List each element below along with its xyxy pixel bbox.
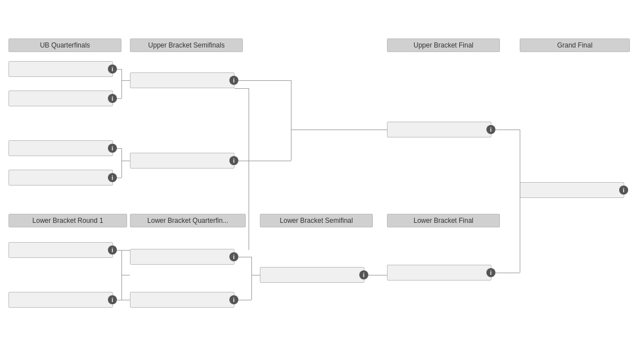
label-ub-quarterfinals: UB Quarterfinals	[8, 38, 121, 52]
label-lower-bracket-semifinal: Lower Bracket Semifinal	[260, 214, 373, 227]
ubf-info-1[interactable]: i	[486, 125, 495, 134]
lbs-slot-1: i	[260, 267, 364, 283]
conn-drop1	[249, 88, 249, 250]
conn-h2-mid	[121, 161, 130, 161]
conn-h1-mid	[121, 80, 130, 81]
conn-v2	[121, 148, 122, 178]
conn-ubf-right	[491, 130, 520, 130]
label-upper-bracket-semifinals: Upper Bracket Semifinals	[130, 38, 243, 52]
lbs-info-1[interactable]: i	[359, 270, 368, 279]
ubq-slot-2a: i	[8, 140, 113, 156]
label-upper-bracket-final: Upper Bracket Final	[387, 38, 500, 52]
gf-slot-1: i	[520, 182, 624, 198]
conn-gf-v	[520, 130, 520, 273]
label-lower-bracket-round1: Lower Bracket Round 1	[8, 214, 127, 227]
label-lower-bracket-quarterfinals: Lower Bracket Quarterfin...	[130, 214, 246, 227]
conn-lbq-mid	[251, 275, 260, 275]
ubq-info-2b[interactable]: i	[108, 173, 117, 182]
lbq-slot-2: i	[130, 292, 234, 308]
label-grand-final: Grand Final	[520, 38, 630, 52]
ubq-slot-1b: i	[8, 90, 113, 106]
ubq-info-1b[interactable]: i	[108, 94, 117, 103]
ubq-info-2a[interactable]: i	[108, 144, 117, 153]
conn-lbq-v	[251, 257, 252, 300]
conn-v1	[121, 69, 122, 98]
ubs-info-2[interactable]: i	[229, 156, 238, 165]
label-lower-bracket-final: Lower Bracket Final	[387, 214, 500, 227]
conn-ubs1-right	[234, 80, 291, 81]
conn-lbf-right	[491, 273, 520, 273]
lbq-slot-1: i	[130, 249, 234, 265]
conn-ubs-mid	[291, 130, 387, 130]
ubf-slot-1: i	[387, 122, 491, 137]
lbr1-info-2[interactable]: i	[108, 295, 117, 304]
lbr1-info-1[interactable]: i	[108, 245, 117, 255]
lbr1-slot-2: i	[8, 292, 113, 308]
ubs-slot-1: i	[130, 72, 234, 88]
ubs-slot-2: i	[130, 153, 234, 169]
ubq-slot-1a: i	[8, 61, 113, 77]
lbr1-slot-1: i	[8, 242, 113, 258]
lbq-info-1[interactable]: i	[229, 252, 238, 261]
lbf-slot-1: i	[387, 265, 491, 281]
conn-ubs-v	[291, 80, 291, 161]
conn-lbr1-mid	[121, 275, 130, 275]
ubs-info-1[interactable]: i	[229, 76, 238, 85]
conn-drop1-h	[234, 88, 249, 89]
bracket-container: UB Quarterfinals Upper Bracket Semifinal…	[0, 0, 644, 362]
gf-info-1[interactable]: i	[619, 186, 628, 195]
conn-ubs2-right	[234, 161, 291, 161]
ubq-slot-2b: i	[8, 170, 113, 186]
lbf-info-1[interactable]: i	[486, 268, 495, 277]
ubq-info-1a[interactable]: i	[108, 64, 117, 74]
lbq-info-2[interactable]: i	[229, 295, 238, 304]
